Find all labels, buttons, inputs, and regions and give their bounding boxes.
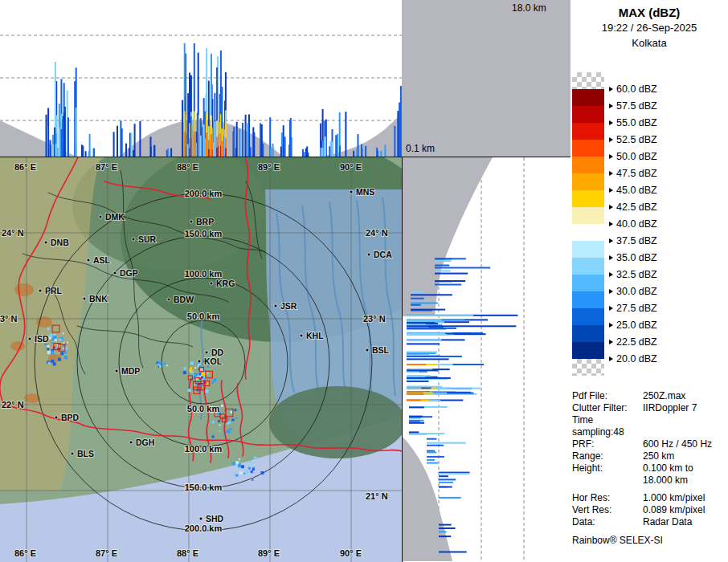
radar-echo-pixel: [53, 362, 56, 365]
legend-label-text: 55.0 dBZ: [616, 117, 657, 128]
city-marker: [28, 337, 31, 340]
radar-echo-pixel: [239, 458, 240, 460]
profile-bar: [50, 140, 51, 157]
legend-label-text: 22.5 dBZ: [616, 336, 657, 348]
profile-bar: [407, 369, 439, 371]
profile-bar: [166, 150, 168, 157]
range-ring-label: 50.0 km: [187, 404, 220, 413]
info-value: 0.089 km/pixel: [643, 504, 726, 516]
legend-label-text: 57.5 dBZ: [616, 100, 657, 112]
profile-bar: [329, 146, 330, 157]
profile-bar: [407, 325, 516, 327]
profile-bar: [233, 127, 235, 157]
range-ring-label: 200.0 km: [185, 523, 223, 533]
profile-bar: [361, 145, 362, 157]
longitude-label: 90° E: [340, 162, 362, 172]
legend-label: 30.0 dBZ: [609, 285, 657, 298]
info-row: Range:250 km: [572, 450, 726, 462]
radar-map: 200.0 km150.0 km100.0 km50.0 km50.0 km10…: [0, 157, 402, 562]
legend-tick-arrow: [609, 120, 613, 125]
profile-bar: [134, 124, 136, 157]
radar-echo-pixel: [47, 328, 50, 330]
longitude-label: 86° E: [14, 548, 36, 558]
radar-echo-pixel: [184, 367, 186, 369]
legend-label: 40.0 dBZ: [609, 218, 657, 230]
range-ring-label: 150.0 km: [185, 483, 223, 492]
radar-echo-pixel: [47, 345, 50, 348]
legend-label-text: 40.0 dBZ: [616, 218, 657, 230]
info-label: Vert Res:: [572, 504, 643, 516]
legend-label-text: 45.0 dBZ: [616, 185, 657, 196]
latitude-label: 23° N: [363, 314, 386, 324]
profile-bar: [394, 126, 395, 157]
profile-bar-core: [407, 339, 442, 340]
legend-tick-arrow: [609, 188, 613, 193]
radar-display-root: { "header": { "product": "MAX (dBZ)", "d…: [0, 0, 728, 562]
info-value: IIRDoppler 7: [643, 402, 726, 414]
range-ring-label: 200.0 km: [185, 189, 223, 198]
info-value: 1.000 km/pixel: [643, 492, 726, 504]
profile-bar: [407, 343, 440, 344]
radar-echo-pixel: [157, 364, 159, 365]
radar-echo-pixel: [51, 342, 53, 344]
city-marker: [199, 517, 202, 520]
legend-swatch: [572, 308, 604, 325]
legend-swatch: [572, 275, 604, 291]
profile-bar: [439, 479, 456, 480]
radar-echo-pixel: [235, 461, 239, 464]
profile-bar-core: [221, 141, 223, 157]
profile-bar: [283, 125, 284, 157]
hill-patch: [10, 341, 25, 351]
info-value: Radar Data: [643, 516, 726, 528]
latitude-label: 22° N: [2, 400, 24, 409]
radar-echo-pixel: [234, 409, 236, 411]
radar-echo-pixel: [218, 420, 220, 422]
city-label: SHD: [206, 514, 224, 523]
radar-echo-pixel: [159, 365, 162, 368]
profile-bar: [435, 260, 451, 262]
radar-echo-pixel: [166, 364, 168, 366]
latitude-label: 21° N: [366, 491, 388, 501]
legend-swatch: [572, 106, 604, 123]
legend-tick-arrow: [609, 238, 613, 243]
legend-label: 50.0 dBZ: [609, 150, 657, 163]
radar-echo-pixel: [207, 372, 209, 374]
radar-site-name: Kolkata: [571, 35, 728, 51]
product-title-box: MAX (dBZ) 19:22 / 26-Sep-2025 Kolkata: [571, 5, 728, 51]
legend-tick-arrow: [609, 104, 613, 108]
legend-label: 47.5 dBZ: [609, 167, 657, 180]
city-marker: [113, 271, 117, 275]
profile-bar: [356, 149, 358, 157]
city-marker: [300, 334, 303, 337]
city-marker: [39, 289, 42, 292]
legend-label: 57.5 dBZ: [609, 100, 657, 112]
profile-bar-core: [407, 393, 423, 394]
radar-echo-pixel: [217, 413, 219, 415]
info-label: Data:: [572, 516, 643, 528]
info-label: Pdf File:: [572, 390, 643, 402]
profile-bar: [439, 536, 451, 537]
city-label: ASL: [93, 255, 111, 265]
radar-echo-pixel: [188, 389, 191, 392]
radar-echo-pixel: [206, 389, 209, 393]
profile-bar-core: [55, 144, 57, 157]
profile-bar: [439, 524, 452, 526]
profile-bar-core: [194, 132, 195, 157]
profile-bar: [400, 86, 402, 157]
profile-bar: [242, 123, 243, 157]
radar-echo-pixel: [241, 465, 244, 468]
profile-bar: [439, 527, 456, 529]
profile-bar-core: [59, 128, 60, 157]
city-label: KRG: [216, 279, 235, 288]
profile-bar: [339, 146, 341, 157]
radar-echo-pixel: [49, 336, 51, 339]
profile-bar-core: [407, 375, 421, 377]
profile-bar-core: [184, 132, 186, 157]
legend-label: 60.0 dBZ: [609, 83, 657, 96]
radar-echo-pixel: [58, 358, 61, 361]
profile-bar: [245, 115, 247, 157]
info-value: 0.100 km to: [643, 462, 726, 474]
radar-echo-pixel: [47, 348, 49, 350]
city-marker: [367, 253, 370, 256]
radar-echo-pixel: [190, 361, 194, 364]
